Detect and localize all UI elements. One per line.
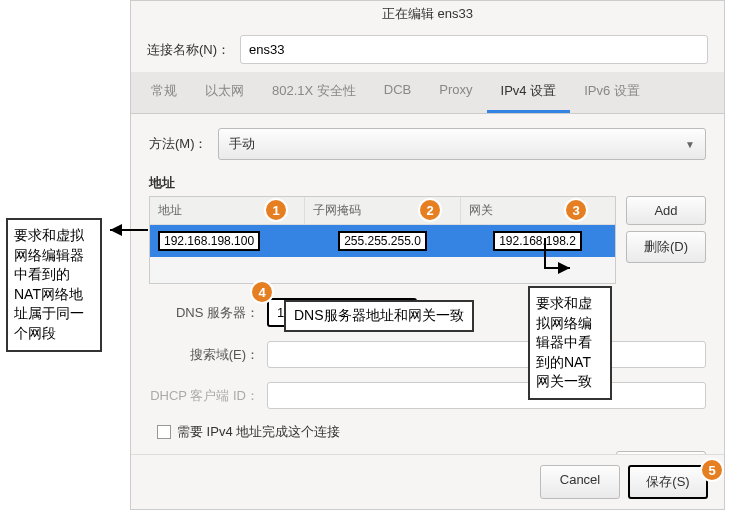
search-domain-label: 搜索域(E)： [149, 346, 259, 364]
method-label: 方法(M)： [149, 135, 208, 153]
save-button[interactable]: 保存(S) [628, 465, 708, 499]
tab-security[interactable]: 802.1X 安全性 [258, 72, 370, 113]
address-section-label: 地址 [149, 174, 706, 192]
method-dropdown[interactable]: 手动 ▼ [218, 128, 707, 160]
tab-ethernet[interactable]: 以太网 [191, 72, 258, 113]
add-button[interactable]: Add [626, 196, 706, 225]
address-table: 地址 子网掩码 网关 192.168.198.100 255.255.255.0… [149, 196, 616, 284]
tab-general[interactable]: 常规 [137, 72, 191, 113]
address-cell[interactable]: 192.168.198.100 [158, 231, 260, 251]
address-row-selected[interactable]: 192.168.198.100 255.255.255.0 192.168.19… [150, 225, 615, 257]
connection-name-row: 连接名称(N)： [131, 27, 724, 72]
badge-5: 5 [700, 458, 724, 482]
tab-ipv6[interactable]: IPv6 设置 [570, 72, 654, 113]
address-buttons: Add 删除(D) [626, 196, 706, 284]
dialog-footer: Cancel 保存(S) [131, 454, 724, 509]
delete-button[interactable]: 删除(D) [626, 231, 706, 263]
tab-ipv4[interactable]: IPv4 设置 [487, 72, 571, 113]
address-empty-row [150, 257, 615, 283]
dialog-title: 正在编辑 ens33 [131, 1, 724, 27]
badge-3: 3 [564, 198, 588, 222]
netmask-cell[interactable]: 255.255.255.0 [338, 231, 427, 251]
annotation-dns-hint: DNS服务器地址和网关一致 [284, 300, 474, 332]
tab-bar: 常规 以太网 802.1X 安全性 DCB Proxy IPv4 设置 IPv6… [131, 72, 724, 114]
address-table-header: 地址 子网掩码 网关 [150, 197, 615, 225]
col-gateway: 网关 [461, 197, 615, 224]
gateway-cell[interactable]: 192.168.198.2 [493, 231, 582, 251]
badge-1: 1 [264, 198, 288, 222]
search-domain-row: 搜索域(E)： [149, 341, 706, 368]
chevron-down-icon: ▼ [685, 139, 695, 150]
connection-name-input[interactable] [240, 35, 708, 64]
tab-dcb[interactable]: DCB [370, 72, 425, 113]
annotation-left: 要求和虚拟 网络编辑器 中看到的 NAT网络地 址属于同一 个网段 [6, 218, 102, 352]
badge-2: 2 [418, 198, 442, 222]
search-domain-input[interactable] [267, 341, 706, 368]
tab-proxy[interactable]: Proxy [425, 72, 486, 113]
require-ipv4-checkbox[interactable] [157, 425, 171, 439]
dhcp-client-row: DHCP 客户端 ID： [149, 382, 706, 409]
method-value: 手动 [229, 135, 255, 153]
method-row: 方法(M)： 手动 ▼ [149, 128, 706, 160]
cancel-button[interactable]: Cancel [540, 465, 620, 499]
dns-label: DNS 服务器： [149, 304, 259, 322]
annotation-right: 要求和虚 拟网络编 辑器中看 到的NAT 网关一致 [528, 286, 612, 400]
require-ipv4-label: 需要 IPv4 地址完成这个连接 [177, 423, 340, 441]
require-ipv4-row: 需要 IPv4 地址完成这个连接 [157, 423, 706, 441]
dhcp-client-input[interactable] [267, 382, 706, 409]
badge-4: 4 [250, 280, 274, 304]
edit-connection-dialog: 正在编辑 ens33 连接名称(N)： 常规 以太网 802.1X 安全性 DC… [130, 0, 725, 510]
dhcp-client-label: DHCP 客户端 ID： [149, 387, 259, 405]
connection-name-label: 连接名称(N)： [147, 41, 230, 59]
